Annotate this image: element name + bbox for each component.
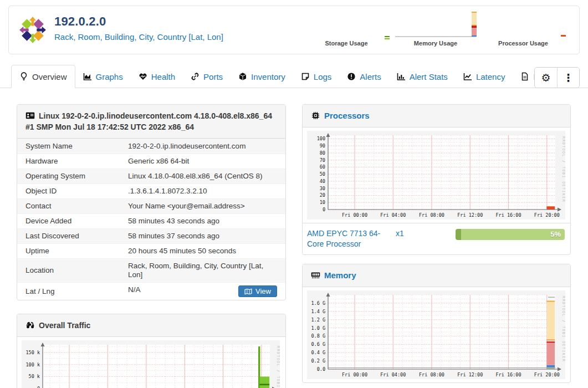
map-icon xyxy=(244,288,252,295)
file-icon xyxy=(520,72,529,81)
settings-button[interactable]: ⚙ xyxy=(535,68,557,88)
overall-traffic-graph[interactable]: 050 k100 k150 kFri 00:00Fri 04:00Fri 08:… xyxy=(22,340,280,388)
row-label: Lat / Lng xyxy=(17,283,120,300)
system-info-table: System Name192-0-2-0.ip.linodeuserconten… xyxy=(17,139,285,300)
librenms-device-page: 192.0.2.0 Rack, Room, Building, City, Co… xyxy=(0,0,588,388)
row-value: Your Name <your@email.address> xyxy=(120,199,285,214)
memory-panel: Memory 0.00.2 G0.4 G0.6 G0.8 G1.0 G1.2 G… xyxy=(302,264,571,383)
tab-label: Graphs xyxy=(96,72,123,81)
row-label: Contact xyxy=(17,199,120,214)
traffic-title: Overall Traffic xyxy=(39,321,90,330)
row-label: Device Added xyxy=(17,214,120,229)
row-label: System Name xyxy=(17,139,120,154)
tab-latency[interactable]: Latency xyxy=(456,65,513,88)
tab-label: Latency xyxy=(476,72,505,81)
row-label: Uptime xyxy=(17,244,120,259)
svg-text:50: 50 xyxy=(320,171,325,177)
svg-text:0.2 G: 0.2 G xyxy=(311,358,325,364)
id-card-icon xyxy=(25,111,35,120)
svg-text:1.0 G: 1.0 G xyxy=(311,325,325,331)
storage-minigraph-marks xyxy=(385,35,392,43)
tab-alerts[interactable]: Alerts xyxy=(339,65,388,88)
processors-title: Processors xyxy=(324,111,370,120)
tab-label: Inventory xyxy=(251,72,285,81)
tab-label: Alert Stats xyxy=(410,72,448,81)
svg-text:RRDTOOL / TOBI OETIKER: RRDTOOL / TOBI OETIKER xyxy=(561,296,565,362)
system-title: Linux 192-0-2-0.ip.linodeusercontent.com… xyxy=(25,111,272,131)
svg-text:0: 0 xyxy=(37,386,40,388)
svg-text:0.0: 0.0 xyxy=(317,366,325,372)
tab-health[interactable]: Health xyxy=(131,65,183,88)
microchip-icon xyxy=(311,111,320,120)
svg-text:30: 30 xyxy=(320,186,325,191)
svg-text:Fri 00:00: Fri 00:00 xyxy=(342,212,367,218)
svg-text:20: 20 xyxy=(320,192,325,198)
sticky-note-icon xyxy=(301,72,310,81)
tab-alert-stats[interactable]: Alert Stats xyxy=(389,65,456,88)
svg-text:Fri 12:00: Fri 12:00 xyxy=(457,372,483,377)
right-column: Processors 0102030405060708090100Fri 00:… xyxy=(302,104,571,383)
device-location-link[interactable]: Rack, Room, Building, City, Country [Lat… xyxy=(54,32,223,42)
tab-inventory[interactable]: Inventory xyxy=(231,65,293,88)
tab-label: Health xyxy=(151,72,175,81)
row-label: Object ID xyxy=(17,184,120,199)
more-actions-button[interactable]: ⋮ xyxy=(557,68,579,88)
svg-text:100: 100 xyxy=(317,136,325,141)
table-row: Device Added58 minutes 43 seconds ago xyxy=(17,214,285,229)
svg-text:60: 60 xyxy=(320,164,325,170)
memory-graph[interactable]: 0.00.2 G0.4 G0.6 G0.8 G1.0 G1.2 G1.4 G1.… xyxy=(307,290,565,379)
svg-text:0.6 G: 0.6 G xyxy=(311,341,325,347)
processors-panel-heading: Processors xyxy=(303,105,570,127)
svg-text:1.6 G: 1.6 G xyxy=(311,300,325,306)
svg-text:70: 70 xyxy=(320,157,325,163)
tab-bar: OverviewGraphsHealthPortsInventoryLogsAl… xyxy=(0,65,588,88)
memory-title: Memory xyxy=(324,270,356,280)
row-value: 58 minutes 43 seconds ago xyxy=(120,214,285,229)
row-label: Last Discovered xyxy=(17,229,120,244)
memory-usage-label: Memory Usage xyxy=(394,40,477,47)
tab-label: Alerts xyxy=(360,72,381,81)
row-label: Location xyxy=(17,259,120,283)
cpu-row: AMD EPYC 7713 64-Core Processor x1 5% xyxy=(303,223,570,254)
processor-usage-minigraph[interactable]: Processor Usage xyxy=(484,6,567,54)
chart-line-icon xyxy=(463,72,472,81)
processors-panel: Processors 0102030405060708090100Fri 00:… xyxy=(302,104,571,255)
table-row: Object ID.1.3.6.1.4.1.8072.3.2.10 xyxy=(17,184,285,199)
device-actions-group: ⚙ ⋮ xyxy=(534,67,580,88)
memory-minigraph-spark xyxy=(394,11,478,39)
view-button-label: View xyxy=(255,287,271,295)
storage-usage-label: Storage Usage xyxy=(316,40,377,47)
memory-icon xyxy=(311,271,320,279)
svg-text:80: 80 xyxy=(320,150,325,156)
svg-text:1.2 G: 1.2 G xyxy=(311,317,325,323)
svg-text:100 k: 100 k xyxy=(25,362,40,367)
processor-usage-label: Processor Usage xyxy=(484,40,562,47)
processors-graph[interactable]: 0102030405060708090100Fri 00:00Fri 04:00… xyxy=(307,131,565,219)
svg-text:RRDTOOL / TOBI OETIKER: RRDTOOL / TOBI OETIKER xyxy=(276,346,280,388)
device-ip-title: 192.0.2.0 xyxy=(54,14,223,29)
row-value: Rack, Room, Building, City, Country [Lat… xyxy=(120,259,285,283)
memory-usage-minigraph[interactable]: Memory Usage xyxy=(394,6,480,54)
tab-logs[interactable]: Logs xyxy=(293,65,340,88)
row-value: 20 hours 45 minutes 50 seconds xyxy=(120,244,285,259)
svg-text:Fri 04:00: Fri 04:00 xyxy=(380,372,406,377)
svg-text:50 k: 50 k xyxy=(29,374,40,379)
cpu-name-link[interactable]: AMD EPYC 7713 64-Core Processor xyxy=(307,228,391,249)
tab-label: Overview xyxy=(32,72,67,81)
svg-text:Fri 08:00: Fri 08:00 xyxy=(419,372,444,377)
row-value: Generic x86 64-bit xyxy=(120,154,285,169)
view-location-button[interactable]: View xyxy=(238,285,277,297)
svg-text:Fri 00:00: Fri 00:00 xyxy=(342,372,367,377)
table-row: System Name192-0-2-0.ip.linodeuserconten… xyxy=(17,139,285,154)
tab-ports[interactable]: Ports xyxy=(183,65,231,88)
row-value: N/AView xyxy=(120,283,285,300)
storage-usage-minigraph[interactable]: Storage Usage xyxy=(316,6,388,54)
lightbulb-icon xyxy=(19,72,28,81)
processor-minigraph-marks xyxy=(561,34,569,39)
tab-graphs[interactable]: Graphs xyxy=(75,65,131,88)
tab-overview[interactable]: Overview xyxy=(11,65,75,88)
svg-text:0.8 G: 0.8 G xyxy=(311,333,325,339)
table-row: Operating SystemLinux 4.18.0-408.el8.x86… xyxy=(17,169,285,184)
table-row: Last Discovered58 minutes 37 seconds ago xyxy=(17,229,285,244)
cube-icon xyxy=(238,72,247,81)
